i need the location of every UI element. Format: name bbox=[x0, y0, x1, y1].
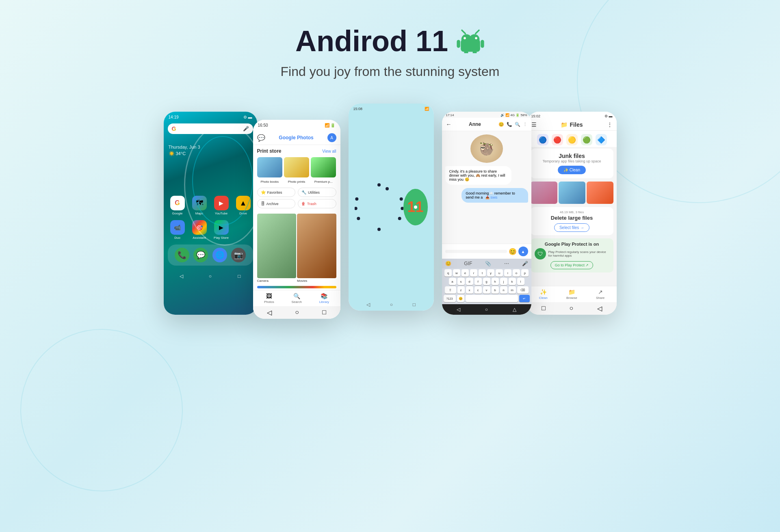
key-g[interactable]: g bbox=[483, 278, 490, 285]
key-backspace[interactable]: ⌫ bbox=[517, 286, 529, 294]
dock-phone[interactable]: 📞 bbox=[175, 248, 189, 262]
photo-thumb-2[interactable] bbox=[559, 182, 585, 204]
phone4-nav-recents[interactable]: △ bbox=[513, 307, 516, 312]
key-shift[interactable]: ⇧ bbox=[445, 286, 456, 294]
phone5-nav-home[interactable]: ○ bbox=[569, 305, 573, 312]
trash-btn[interactable]: 🗑 Trash bbox=[298, 199, 336, 208]
key-comma[interactable]: 😊 bbox=[457, 295, 464, 302]
key-c[interactable]: c bbox=[474, 286, 482, 294]
clean-button[interactable]: ✨ Clean bbox=[558, 166, 586, 174]
key-r[interactable]: r bbox=[470, 269, 477, 277]
key-l[interactable]: l bbox=[517, 278, 524, 285]
svg-point-4 bbox=[475, 37, 477, 39]
nav-back[interactable]: ◁ bbox=[177, 272, 185, 280]
key-t[interactable]: t bbox=[479, 269, 486, 277]
app-icon-google[interactable]: G Google bbox=[169, 196, 186, 215]
dock-chrome[interactable]: 🌐 bbox=[212, 248, 227, 262]
phone2-nav-home[interactable]: ○ bbox=[295, 309, 299, 316]
utilities-btn[interactable]: 🔧 Utilities bbox=[298, 188, 336, 197]
emoji-reply-icon[interactable]: 😊 bbox=[509, 248, 517, 255]
phone3-nav-home[interactable]: ○ bbox=[390, 302, 393, 307]
photo-cell-camera[interactable]: Camera bbox=[257, 214, 297, 283]
key-f[interactable]: f bbox=[474, 278, 482, 285]
photos-avatar[interactable]: A bbox=[327, 133, 336, 142]
phone5-nav-back[interactable]: □ bbox=[542, 305, 546, 312]
search-icon[interactable]: 🔍 bbox=[515, 122, 520, 127]
phone2-nav-back[interactable]: ◁ bbox=[267, 309, 272, 316]
photo-cell-movies[interactable]: Movies bbox=[297, 214, 336, 283]
files-shortcut-1[interactable]: 🔵 bbox=[537, 134, 548, 145]
files-tab-browse[interactable]: 📁 Browse bbox=[566, 289, 577, 300]
key-w[interactable]: w bbox=[453, 269, 460, 277]
key-e[interactable]: e bbox=[462, 269, 469, 277]
phone3-nav-back[interactable]: ◁ bbox=[366, 302, 370, 307]
view-all-link[interactable]: View all bbox=[322, 149, 336, 154]
photo-thumb-1[interactable] bbox=[531, 182, 557, 204]
emoji-icon[interactable]: 😊 bbox=[498, 122, 504, 127]
files-shortcut-2[interactable]: 🔴 bbox=[552, 134, 563, 145]
key-v[interactable]: v bbox=[483, 286, 490, 294]
dock-camera[interactable]: 📷 bbox=[231, 248, 246, 262]
favorites-btn[interactable]: ⭐ Favorites bbox=[257, 188, 296, 197]
key-a[interactable]: a bbox=[449, 278, 456, 285]
files-shortcut-5[interactable]: 🔷 bbox=[596, 134, 607, 145]
key-h[interactable]: h bbox=[492, 278, 499, 285]
tab-search[interactable]: 🔍 Search bbox=[292, 293, 302, 304]
files-menu-icon[interactable]: ☰ bbox=[531, 121, 537, 128]
key-enter[interactable]: ↵ bbox=[519, 295, 530, 302]
key-b[interactable]: b bbox=[492, 286, 499, 294]
tab-photos[interactable]: 🖼 Photos bbox=[264, 293, 274, 304]
files-tab-clean[interactable]: ✨ Clean bbox=[539, 289, 548, 300]
send-button[interactable]: ▲ bbox=[518, 247, 528, 256]
tab-library[interactable]: 📚 Library bbox=[319, 293, 329, 304]
key-123[interactable]: ?123 bbox=[444, 295, 456, 302]
key-n[interactable]: n bbox=[500, 286, 507, 294]
key-p[interactable]: p bbox=[521, 269, 529, 277]
key-m[interactable]: m bbox=[509, 286, 516, 294]
files-shortcut-3[interactable]: 🟡 bbox=[566, 134, 578, 145]
files-tab-share[interactable]: ↗ Share bbox=[596, 289, 604, 300]
kb-emoji[interactable]: 😊 bbox=[445, 261, 451, 266]
phone2-nav-recents[interactable]: □ bbox=[322, 309, 326, 316]
print-thumb-1[interactable] bbox=[257, 157, 282, 177]
select-files-button[interactable]: Select files → bbox=[554, 223, 589, 232]
files-shortcut-4[interactable]: 🟢 bbox=[581, 134, 592, 145]
key-s[interactable]: s bbox=[457, 278, 465, 285]
dock-messages[interactable]: 💬 bbox=[193, 248, 208, 262]
photo-thumb-3[interactable] bbox=[587, 182, 613, 204]
nav-recents[interactable]: □ bbox=[235, 272, 243, 280]
nav-home[interactable]: ○ bbox=[206, 272, 214, 280]
android11-number: 11 bbox=[407, 199, 423, 216]
files-bottom-bar: ✨ Clean 📁 Browse ↗ Share bbox=[527, 286, 617, 302]
files-overflow-icon[interactable]: ⋮ bbox=[607, 121, 613, 128]
key-i[interactable]: i bbox=[504, 269, 511, 277]
reply-input[interactable] bbox=[445, 250, 507, 253]
svg-rect-7 bbox=[457, 40, 460, 48]
key-x[interactable]: x bbox=[466, 286, 473, 294]
key-o[interactable]: o bbox=[513, 269, 520, 277]
key-k[interactable]: k bbox=[509, 278, 516, 285]
more-icon[interactable]: ⋮ bbox=[523, 122, 527, 127]
app-icon-duo[interactable]: 📹 Duo bbox=[169, 220, 186, 240]
key-z[interactable]: z bbox=[457, 286, 465, 294]
go-to-play-protect-button[interactable]: Go to Play Protect ↗ bbox=[550, 261, 594, 269]
phone4-nav-back[interactable]: ◁ bbox=[457, 307, 460, 312]
key-q[interactable]: q bbox=[444, 269, 452, 277]
kb-gif[interactable]: GIF bbox=[464, 261, 472, 266]
print-thumb-3[interactable] bbox=[311, 157, 336, 177]
kb-clip[interactable]: 📎 bbox=[485, 261, 491, 266]
call-icon[interactable]: 📞 bbox=[507, 122, 512, 127]
key-space[interactable] bbox=[466, 295, 518, 302]
phone3-nav-recents[interactable]: □ bbox=[413, 302, 416, 307]
key-u[interactable]: u bbox=[496, 269, 503, 277]
key-y[interactable]: y bbox=[487, 269, 494, 277]
key-d[interactable]: d bbox=[466, 278, 473, 285]
back-button[interactable]: ← bbox=[446, 121, 452, 128]
archive-btn[interactable]: 🗄 Archive bbox=[257, 199, 296, 208]
key-j[interactable]: j bbox=[500, 278, 507, 285]
kb-mic[interactable]: 🎤 bbox=[522, 261, 528, 266]
phone5-nav-recents[interactable]: ◁ bbox=[597, 305, 602, 312]
print-thumb-2[interactable] bbox=[284, 157, 309, 177]
phone4-nav-home[interactable]: ○ bbox=[485, 307, 488, 312]
kb-more[interactable]: ⋯ bbox=[504, 261, 509, 266]
